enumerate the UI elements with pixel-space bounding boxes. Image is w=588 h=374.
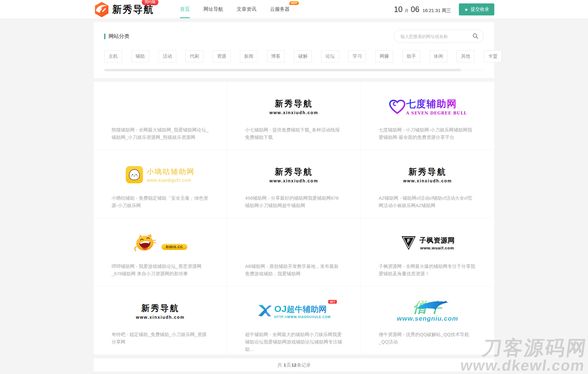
site-card-description: 超牛辅助网 - 全网最大的辅助网小刀娱乐网我爱辅助论坛我爱辅助网游戏辅助论坛辅助… bbox=[245, 331, 342, 353]
category-tag-1[interactable]: 辅助 bbox=[131, 50, 149, 62]
nav-item-3[interactable]: 云服务器HOT bbox=[263, 0, 296, 19]
xinxiu-text-logo: 新秀导航www.xinxiudh.com bbox=[269, 166, 318, 183]
date-month-unit: 月 bbox=[405, 8, 409, 14]
site-card-description: 456辅助网 - 分享最好的辅助网我爱辅助网678辅助网小刀辅助网超牛辅助网 bbox=[245, 194, 342, 209]
nav-item-0[interactable]: 首页 bbox=[173, 0, 197, 19]
heart-icon bbox=[388, 98, 406, 114]
site-card-logo: 新秀导航www.xinxiudh.com bbox=[245, 159, 342, 191]
logo-hexagon-icon bbox=[94, 2, 110, 18]
site-card-2[interactable]: 七度辅助网A SEVEN DEGREE BULL七度辅助网 - 小刀辅助网-小刀… bbox=[361, 82, 494, 150]
sengniu-logo: 僧牛 www.sengniu.com bbox=[397, 300, 458, 322]
sites-grid: 熊猫辅助网 - 全网最大辅助网_我爱辅助网论坛_辅助网_小刀娱乐资源网_熊猫娱乐… bbox=[94, 82, 494, 355]
category-tag-3[interactable]: 代刷 bbox=[186, 50, 203, 62]
svg-text:F: F bbox=[407, 238, 410, 244]
pagination-summary: 共 1页12条记录 bbox=[94, 358, 494, 372]
main-nav: 首页网址导航文章资讯云服务器HOT bbox=[173, 0, 296, 19]
site-card-description: 小七辅助网 - 提供免费辅助下载_各种活动线报免费辅助下载 bbox=[245, 126, 342, 141]
category-tag-10[interactable]: 网赚 bbox=[375, 50, 393, 62]
site-card-3[interactable]: 小嘀咕辅助网www.xiaodigufz.com小嘀咕辅助 - 免费稳定辅助「安… bbox=[94, 150, 227, 218]
footer-prefix: 共 bbox=[277, 362, 283, 368]
site-card-description: 子枫资源网 - 全网最火爆的辅助网专注于分享我爱辅助及海量优质资源！ bbox=[379, 263, 476, 277]
logo-edition-badge: 简约版 bbox=[142, 0, 158, 5]
category-tag-7[interactable]: 破解 bbox=[294, 50, 312, 62]
xinxiu-text-logo: 新秀导航www.xinxiudh.com bbox=[403, 166, 452, 183]
site-card-description: AZ辅助网 - 辅助网cf活动cf辅助cf活动大全cf官网活动小偷娱乐网AZ辅助… bbox=[379, 194, 476, 209]
hot-badge: HOT bbox=[289, 1, 299, 5]
header: 新秀导航 简约版 首页网址导航文章资讯云服务器HOT 10 月 06 16:21… bbox=[0, 0, 588, 19]
site-card-logo: NET OJ超牛辅助网 HTTP://WWW.XIAOOUVULE.COM bbox=[245, 295, 342, 327]
submit-site-button[interactable]: ★ 提交收录 bbox=[459, 3, 494, 15]
nav-item-label: 文章资讯 bbox=[237, 6, 256, 13]
site-card-description: 七度辅助网 - 小刀辅助网-小刀娱乐网辅助网我爱辅助网-最全面的免费资源分享平台 bbox=[379, 126, 476, 141]
site-card-5[interactable]: 新秀导航www.xinxiudh.comAZ辅助网 - 辅助网cf活动cf辅助c… bbox=[361, 150, 494, 218]
site-card-description: 僧牛资源网 - 优秀的QQ破解站_QQ技术导航_QQ活动 bbox=[379, 331, 476, 346]
category-tag-8[interactable]: 论坛 bbox=[321, 50, 339, 62]
site-card-logo: 僧牛 www.sengniu.com bbox=[379, 295, 476, 327]
site-card-6[interactable]: BIBIS.CC哔哔辅助网 - 我爱游戏辅助论坛_善恶资源网_678辅助网 来自… bbox=[94, 218, 227, 286]
bibi-logo: BIBIS.CC bbox=[133, 233, 187, 252]
site-card-logo bbox=[112, 90, 209, 123]
laughing-cat-icon bbox=[133, 233, 157, 252]
xinxiu-text-logo: 新秀导航www.xinxiudh.com bbox=[269, 98, 318, 115]
search-box bbox=[394, 30, 484, 43]
site-card-8[interactable]: F 子枫资源网www.wuaif.com子枫资源网 - 全网最火爆的辅助网专注于… bbox=[361, 218, 494, 286]
site-card-1[interactable]: 新秀导航www.xinxiudh.com小七辅助网 - 提供免费辅助下载_各种活… bbox=[227, 82, 361, 150]
category-tag-14[interactable]: 卡盟 bbox=[484, 50, 502, 62]
category-tag-9[interactable]: 学习 bbox=[348, 50, 366, 62]
tags-scrollbar-thumb[interactable] bbox=[104, 69, 461, 71]
category-tag-4[interactable]: 资源 bbox=[213, 50, 231, 62]
site-card-description: 奇特吧 - 稳定辅助_免费辅助_小刀娱乐网_资源分享网 bbox=[112, 331, 209, 346]
site-card-logo: 新秀导航www.xinxiudh.com bbox=[112, 295, 209, 327]
x-icon bbox=[257, 304, 273, 318]
site-card-description: 哔哔辅助网 - 我爱游戏辅助论坛_善恶资源网_678辅助网 来自小刀资源网的那些… bbox=[112, 263, 209, 277]
site-card-logo: F 子枫资源网www.wuaif.com bbox=[379, 227, 476, 259]
date-time: 16:21:31 周三 bbox=[423, 8, 451, 14]
date-month: 10 bbox=[394, 5, 402, 14]
category-tag-0[interactable]: 主机 bbox=[104, 50, 122, 62]
section-title-text: 网站分类 bbox=[108, 33, 129, 40]
site-card-description: 小嘀咕辅助 - 免费稳定辅助「安全无毒」绿色资源-小刀娱乐网 bbox=[112, 194, 209, 209]
category-tag-2[interactable]: 活动 bbox=[158, 50, 176, 62]
site-card-4[interactable]: 新秀导航www.xinxiudh.com456辅助网 - 分享最好的辅助网我爱辅… bbox=[227, 150, 361, 218]
chaoniu-logo: NET OJ超牛辅助网 HTTP://WWW.XIAOOUVULE.COM bbox=[257, 304, 331, 319]
nav-item-1[interactable]: 网址导航 bbox=[197, 0, 230, 19]
site-logo[interactable]: 新秀导航 简约版 bbox=[94, 2, 154, 18]
classify-panel: 网站分类 主机辅助活动代刷资源新闻博客破解论坛学习网赚助手休闲其他卡盟 bbox=[94, 22, 494, 78]
zifeng-logo: F 子枫资源网www.wuaif.com bbox=[400, 235, 455, 251]
category-tag-13[interactable]: 其他 bbox=[457, 50, 475, 62]
site-card-10[interactable]: NET OJ超牛辅助网 HTTP://WWW.XIAOOUVULE.COM超牛辅… bbox=[227, 286, 361, 355]
site-card-logo: 七度辅助网A SEVEN DEGREE BULL bbox=[379, 90, 476, 123]
xinxiu-text-logo: 新秀导航www.xinxiudh.com bbox=[136, 303, 185, 320]
site-card-0[interactable]: 熊猫辅助网 - 全网最大辅助网_我爱辅助网论坛_辅助网_小刀娱乐资源网_熊猫娱乐… bbox=[94, 82, 227, 150]
search-input[interactable] bbox=[394, 30, 484, 43]
category-tag-6[interactable]: 博客 bbox=[267, 50, 285, 62]
nav-item-label: 首页 bbox=[180, 6, 190, 13]
nav-item-2[interactable]: 文章资讯 bbox=[230, 0, 263, 19]
footer-pages-unit: 页 bbox=[286, 362, 291, 368]
site-card-description: AB辅助网 - 原创辅助开发教学基地，发布最新免费游戏辅助，我爱辅助网 bbox=[245, 263, 342, 277]
site-card-9[interactable]: 新秀导航www.xinxiudh.com奇特吧 - 稳定辅助_免费辅助_小刀娱乐… bbox=[94, 286, 227, 355]
category-tag-12[interactable]: 休闲 bbox=[430, 50, 447, 62]
category-tag-5[interactable]: 新闻 bbox=[240, 50, 258, 62]
footer-count-unit: 条记录 bbox=[297, 362, 311, 368]
site-card-11[interactable]: 僧牛 www.sengniu.com僧牛资源网 - 优秀的QQ破解站_QQ技术导… bbox=[361, 286, 494, 355]
star-icon: ★ bbox=[464, 7, 468, 12]
site-card-logo: 新秀导航www.xinxiudh.com bbox=[379, 159, 476, 191]
footer-count: 12 bbox=[291, 362, 297, 368]
datetime: 10 月 06 16:21:31 周三 bbox=[394, 5, 451, 14]
site-card-logo: 新秀导航www.xinxiudh.com bbox=[245, 90, 342, 123]
category-tag-11[interactable]: 助手 bbox=[402, 50, 420, 62]
site-card-logo: BIBIS.CC bbox=[112, 227, 209, 259]
site-card-logo bbox=[245, 227, 342, 259]
bull-swoosh-icon bbox=[417, 301, 451, 313]
search-icon[interactable] bbox=[472, 33, 479, 39]
site-card-7[interactable]: AB辅助网 - 原创辅助开发教学基地，发布最新免费游戏辅助，我爱辅助网 bbox=[227, 218, 361, 286]
xiaodigu-face-icon bbox=[126, 166, 143, 183]
site-card-logo: 小嘀咕辅助网www.xiaodigufz.com bbox=[112, 159, 209, 191]
xiaodigu-logo: 小嘀咕辅助网www.xiaodigufz.com bbox=[126, 166, 195, 183]
nav-item-label: 网址导航 bbox=[203, 6, 223, 13]
bibi-domain-badge: BIBIS.CC bbox=[161, 244, 187, 250]
title-accent-bar bbox=[104, 34, 105, 39]
net-badge: NET bbox=[328, 300, 337, 304]
submit-site-label: 提交收录 bbox=[471, 6, 489, 12]
